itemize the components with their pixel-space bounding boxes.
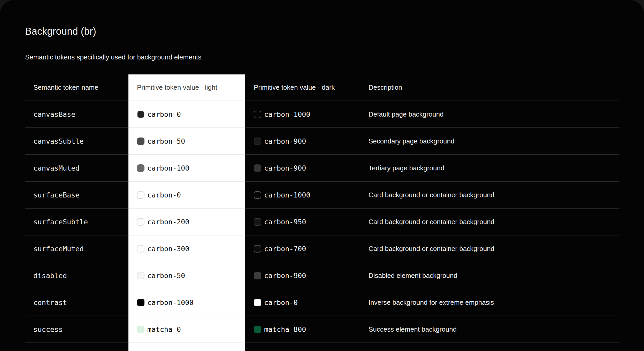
light-token-value: carbon-0 [147, 110, 181, 118]
dark-token-value: carbon-900 [264, 137, 306, 145]
token-name: success [33, 325, 63, 333]
table-row: surfaceSubtle carbon-200 carbon-950 Card… [25, 208, 619, 235]
table-row: surfaceBase carbon-0 carbon-1000 Card ba… [25, 181, 619, 208]
color-swatch-light [137, 191, 144, 199]
page-subtitle: Semantic tokens specifically used for ba… [25, 53, 201, 61]
table-row-partial [25, 342, 619, 351]
table-row: canvasBase carbon-0 carbon-1000 Default … [25, 101, 619, 127]
color-swatch-light [137, 138, 144, 145]
color-swatch-light [137, 164, 144, 172]
token-description: Default page background [369, 101, 619, 127]
color-swatch-dark [254, 111, 261, 118]
token-description: Tertiary page background [369, 154, 619, 181]
table-row: contrast carbon-1000 carbon-0 Inverse ba… [25, 289, 619, 316]
light-token-value: carbon-0 [147, 191, 181, 199]
color-swatch-light [137, 111, 144, 118]
light-token-value: carbon-50 [147, 137, 185, 145]
token-name: canvasMuted [33, 164, 80, 172]
light-token-value: carbon-1000 [147, 299, 194, 307]
table-header-row: Semantic token name Primitive token valu… [25, 74, 619, 101]
table-body: canvasBase carbon-0 carbon-1000 Default … [25, 101, 619, 351]
token-docs-page: Background (br) Semantic tokens specific… [0, 0, 644, 351]
light-token-value: carbon-100 [147, 164, 189, 172]
column-header-dark-value: Primitive token value - dark [245, 74, 369, 101]
tokens-table: Semantic token name Primitive token valu… [25, 74, 619, 351]
color-swatch-dark [254, 245, 261, 253]
token-description: Secondary page background [369, 127, 619, 154]
dark-token-value: matcha-800 [264, 325, 306, 333]
column-header-description: Description [369, 74, 619, 101]
color-swatch-light [137, 299, 144, 306]
dark-token-value: carbon-900 [264, 164, 306, 172]
token-description: Success element background [369, 316, 619, 342]
color-swatch-dark [254, 218, 261, 226]
token-description: Inverse background for extreme emphasis [369, 289, 619, 316]
color-swatch-dark [254, 138, 261, 145]
token-name: canvasSubtle [33, 137, 84, 145]
page-title: Background (br) [25, 26, 96, 37]
column-header-token-name: Semantic token name [25, 74, 128, 101]
color-swatch-light [137, 218, 144, 226]
token-description: Card background or container background [369, 208, 619, 235]
dark-token-value: carbon-700 [264, 245, 306, 253]
table-row: success matcha-0 matcha-800 Success elem… [25, 316, 619, 342]
light-token-value: carbon-300 [147, 245, 189, 253]
column-header-light-value: Primitive token value - light [128, 74, 245, 101]
token-description: Disabled element background [369, 262, 619, 289]
light-token-value: carbon-50 [147, 272, 185, 280]
color-swatch-dark [254, 299, 261, 306]
token-description: Card background or container background [369, 181, 619, 208]
color-swatch-light [137, 272, 144, 279]
table-row: canvasSubtle carbon-50 carbon-900 Second… [25, 127, 619, 154]
dark-token-value: carbon-950 [264, 218, 306, 226]
dark-token-value: carbon-0 [264, 299, 298, 307]
color-swatch-dark [254, 326, 261, 333]
token-name: canvasBase [33, 110, 75, 118]
color-swatch-light [137, 326, 144, 333]
token-description [369, 342, 619, 351]
token-name: surfaceBase [33, 191, 80, 199]
color-swatch-dark [254, 272, 261, 279]
token-name: surfaceSubtle [33, 218, 88, 226]
light-token-value: matcha-0 [147, 325, 181, 333]
token-name: disabled [33, 272, 67, 280]
dark-token-value: carbon-900 [264, 272, 306, 280]
token-name: surfaceMuted [33, 245, 84, 253]
dark-token-value: carbon-1000 [264, 191, 310, 199]
table-row: canvasMuted carbon-100 carbon-900 Tertia… [25, 154, 619, 181]
color-swatch-light [137, 245, 144, 253]
light-token-value: carbon-200 [147, 218, 189, 226]
table-row: surfaceMuted carbon-300 carbon-700 Card … [25, 235, 619, 262]
color-swatch-dark [254, 164, 261, 172]
token-description: Card background or container background [369, 235, 619, 262]
dark-token-value: carbon-1000 [264, 110, 310, 118]
token-name: contrast [33, 299, 67, 307]
table-row: disabled carbon-50 carbon-900 Disabled e… [25, 262, 619, 289]
color-swatch-dark [254, 191, 261, 199]
